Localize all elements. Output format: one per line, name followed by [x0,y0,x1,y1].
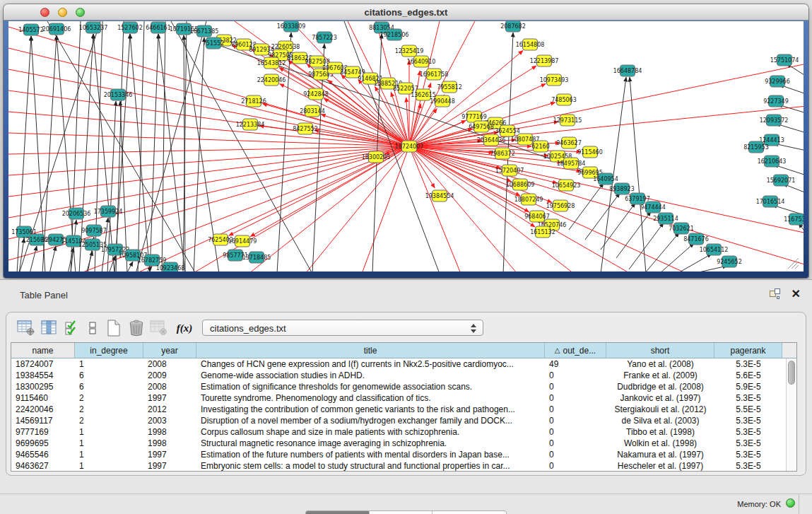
graph-node[interactable]: 7032621 [669,223,694,234]
graph-node[interactable]: 9115460 [577,146,603,158]
svg-text:12325419: 12325419 [395,48,424,54]
graph-node[interactable]: 8938923 [609,183,635,194]
graph-node[interactable]: 7857223 [312,32,337,43]
table-row[interactable]: 1830029562008Estimation of significance … [11,381,796,392]
table-toolbar: f(x) citations_edges.txt [6,317,806,341]
svg-text:19218506: 19218506 [380,32,409,38]
table-row[interactable]: 1872400712008Changes of HCN gene express… [11,358,796,370]
row-height-icon[interactable] [83,318,102,338]
graph-node[interactable]: 9227349 [763,95,789,107]
svg-text:8471676: 8471676 [683,236,709,243]
graph-node[interactable]: 16640910 [407,56,436,67]
table-cell: 1997 [143,460,196,472]
show-columns-icon[interactable] [40,318,59,338]
svg-text:16782759: 16782759 [138,257,167,264]
graph-node[interactable]: 22420046 [257,74,286,86]
svg-text:9777169: 9777169 [461,114,487,120]
graph-node[interactable]: 10653237 [79,22,108,33]
table-cell: 2 [75,392,143,404]
float-panel-icon[interactable] [770,288,780,299]
graph-node[interactable]: 16961758 [420,69,449,80]
graph-node[interactable]: 17016514 [756,196,785,207]
function-builder-icon[interactable]: f(x) [175,318,194,338]
graph-node[interactable]: 16648784 [613,65,642,76]
graph-node[interactable]: 8471676 [683,233,709,245]
graph-node[interactable]: 10973493 [540,74,569,86]
graph-node[interactable]: 6466161 [146,22,171,33]
graph-node[interactable]: 9097587 [81,225,107,236]
table-row[interactable]: 2242004622012Investigating the contribut… [11,404,796,415]
table-scrollbar[interactable] [786,358,796,471]
graph-node[interactable]: 12325419 [395,45,424,57]
table-row[interactable]: 946362711997Embryonic stem cells: a mode… [11,460,796,472]
table-settings-icon[interactable] [16,318,36,338]
graph-node[interactable]: 16033809 [277,21,306,32]
graph-node[interactable]: 7955812 [437,81,462,93]
table-cell: Stergiakouli et al. (2012) [606,404,714,415]
table-row[interactable]: 1456911722003Disruption of a novel membe… [11,415,796,426]
column-header-short[interactable]: short [606,343,714,358]
graph-node[interactable]: 10688609 [506,179,535,190]
table-cell: Investigating the contribution of common… [196,404,545,415]
table-scrollbar-thumb[interactable] [788,361,795,385]
graph-node[interactable]: 16210643 [758,156,787,167]
graph-node[interactable]: 1167533 [784,214,804,225]
graph-node[interactable]: 19384554 [425,190,454,201]
table-cell: Estimation of significance thresholds fo… [196,381,545,392]
graph-node[interactable]: 12213384 [236,119,265,130]
svg-text:7032621: 7032621 [669,226,694,232]
table-cell: Yano et al. (2008) [606,358,714,370]
close-panel-icon[interactable]: ✕ [792,289,801,299]
graph-node[interactable]: 7485063 [551,94,577,105]
dropdown-arrows-icon [471,323,477,334]
table-row[interactable]: 1938455462009Genome-wide association stu… [11,370,796,381]
graph-node[interactable]: 10654112 [700,244,729,255]
graph-node[interactable]: 9245652 [717,256,742,267]
graph-node[interactable]: 9329966 [765,76,790,87]
graph-node[interactable]: 62160 [531,141,549,152]
graph-node[interactable]: 1527602 [117,22,143,33]
graph-node[interactable]: 12213987 [530,55,559,66]
column-header-year[interactable]: year [143,343,196,358]
svg-text:6466161: 6466161 [146,25,171,31]
network-graph-canvas[interactable]: 1872400775638228960128891293422260538982… [8,21,804,271]
graph-node[interactable]: 1405572 [18,24,44,35]
svg-text:2087682: 2087682 [500,23,526,30]
graph-node[interactable]: 18807249 [514,194,543,205]
column-header-name[interactable]: name [11,343,75,358]
graph-node[interactable]: 10654923 [552,180,581,191]
graph-node[interactable]: 20153346 [104,89,133,100]
graph-node[interactable]: 15692071 [767,175,796,186]
table-selector-dropdown[interactable]: citations_edges.txt [202,320,483,336]
svg-text:1527602: 1527602 [117,25,143,31]
table-cell: Estimation of the future numbers of pati… [196,449,545,460]
table-row[interactable]: 977716911998Corpus callosum shape and si… [11,426,796,438]
table-row[interactable]: 946554611997Estimation of the future num… [11,449,796,460]
table-cell: 5.9E-5 [714,381,782,392]
graph-node[interactable]: 20691406 [42,23,71,35]
table-cell: 18300295 [11,381,75,392]
graph-node[interactable]: 12973115 [553,115,582,126]
graph-node[interactable]: 16154808 [516,39,545,50]
select-rows-icon[interactable] [63,318,83,338]
graph-node[interactable]: 9463627 [556,137,582,148]
graph-node[interactable]: 2935114 [653,213,678,224]
delete-rows-icon[interactable] [126,318,146,338]
svg-text:12973115: 12973115 [553,117,582,124]
column-header-title[interactable]: title [196,343,545,358]
graph-node[interactable]: 20206536 [62,208,91,219]
graph-node[interactable]: 2087682 [500,21,526,32]
window-titlebar[interactable]: citations_edges.txt [4,4,808,21]
column-header-out_de[interactable]: △out_de... [545,343,606,358]
table-cell: 9777169 [11,426,75,438]
table-row[interactable]: 911546021997Tourette syndrome. Phenomeno… [11,392,796,404]
node-attribute-table: namein_degreeyeartitle△out_de...shortpag… [11,342,797,472]
graph-node[interactable]: 751552 [203,37,225,49]
graph-node[interactable]: 15751074 [770,54,799,66]
create-table-icon[interactable] [104,318,124,338]
svg-text:6379197: 6379197 [625,196,650,202]
column-header-pagerank[interactable]: pagerank [714,343,782,358]
graph-node[interactable]: 12093572 [760,115,789,126]
table-row[interactable]: 969969511998Structural magnetic resonanc… [11,438,796,449]
column-header-in_degree[interactable]: in_degree [75,343,143,358]
